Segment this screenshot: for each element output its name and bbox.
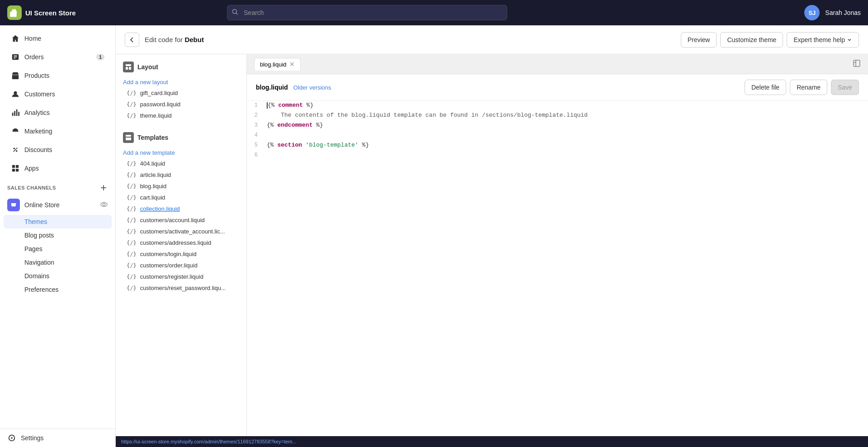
file-customers-account[interactable]: {/} customers/account.liquid — [123, 214, 239, 226]
sidebar-item-customers[interactable]: Customers — [4, 85, 112, 103]
sidebar-item-marketing[interactable]: Marketing — [4, 122, 112, 140]
svg-point-11 — [14, 148, 15, 150]
file-theme[interactable]: {/} theme.liquid — [123, 110, 239, 121]
analytics-icon — [11, 108, 20, 117]
sidebar-label-home: Home — [24, 35, 41, 42]
file-404[interactable]: {/} 404.liquid — [123, 158, 239, 169]
layout-label: Layout — [137, 63, 158, 71]
svg-point-0 — [233, 10, 237, 14]
apps-icon — [11, 164, 20, 173]
sidebar-label-orders: Orders — [24, 53, 44, 61]
sub-item-domains[interactable]: Domains — [0, 269, 115, 283]
sidebar-item-orders[interactable]: Orders 1 — [4, 48, 112, 66]
svg-rect-20 — [126, 64, 131, 66]
settings-icon — [7, 433, 16, 442]
layout-section-header: Layout — [123, 62, 239, 72]
file-collection[interactable]: {/} collection.liquid — [123, 203, 239, 214]
code-actions: Delete file Rename Save — [745, 80, 859, 95]
add-sales-channel-button[interactable] — [99, 183, 108, 192]
search-bar[interactable] — [227, 5, 507, 20]
liquid-file-icon: {/} — [127, 113, 137, 119]
content-area: Edit code for Debut Preview Customize th… — [116, 25, 868, 447]
rename-button[interactable]: Rename — [790, 80, 827, 95]
sidebar-item-discounts[interactable]: Discounts — [4, 141, 112, 159]
topbar-right: SJ Sarah Jonas — [804, 5, 861, 20]
sidebar-item-apps[interactable]: Apps — [4, 159, 112, 177]
file-customers-addresses[interactable]: {/} customers/addresses.liquid — [123, 237, 239, 248]
file-cart[interactable]: {/} cart.liquid — [123, 192, 239, 203]
file-customers-order[interactable]: {/} customers/order.liquid — [123, 260, 239, 271]
code-filename: blog.liquid — [256, 84, 288, 91]
edit-label: Edit code for — [145, 36, 183, 43]
avatar[interactable]: SJ — [804, 5, 820, 20]
channel-online-store[interactable]: Online Store — [0, 195, 115, 215]
sidebar-item-home[interactable]: Home — [4, 29, 112, 48]
file-article[interactable]: {/} article.liquid — [123, 169, 239, 181]
liquid-file-icon: {/} — [127, 101, 137, 108]
svg-rect-16 — [12, 169, 15, 171]
svg-rect-14 — [12, 165, 15, 168]
older-versions-link[interactable]: Older versions — [293, 84, 331, 91]
file-customers-activate[interactable]: {/} customers/activate_account.lic... — [123, 226, 239, 237]
svg-point-19 — [103, 203, 105, 205]
svg-rect-9 — [16, 109, 18, 116]
edit-code-title: Edit code for Debut — [145, 36, 204, 43]
expert-theme-help-button[interactable]: Expert theme help — [787, 32, 859, 48]
sidebar-nav: Home Orders 1 Products Customers — [0, 25, 115, 428]
sub-item-preferences[interactable]: Preferences — [0, 283, 115, 296]
code-line-2: 2 The contents of the blog.liquid templa… — [247, 111, 868, 121]
code-content[interactable]: 1 {% comment %} 2 The contents of the bl… — [247, 101, 868, 436]
search-input[interactable] — [227, 5, 507, 20]
file-customers-login[interactable]: {/} customers/login.liquid — [123, 248, 239, 260]
channel-visibility-icon[interactable] — [100, 200, 108, 210]
delete-file-button[interactable]: Delete file — [745, 80, 786, 95]
svg-line-1 — [236, 13, 237, 14]
sub-item-themes[interactable]: Themes — [4, 215, 112, 228]
code-header: blog.liquid Older versions Delete file R… — [247, 74, 868, 101]
templates-section: Templates Add a new template {/} 404.liq… — [116, 125, 246, 297]
add-template-link[interactable]: Add a new template — [123, 147, 239, 158]
svg-rect-24 — [126, 138, 131, 140]
back-button[interactable] — [125, 33, 139, 47]
online-store-icon — [7, 199, 20, 211]
tab-close-button[interactable]: ✕ — [289, 61, 295, 67]
marketing-icon — [11, 127, 20, 136]
expand-button[interactable] — [853, 59, 861, 69]
discounts-icon — [11, 145, 20, 154]
add-layout-link[interactable]: Add a new layout — [123, 77, 239, 87]
templates-icon — [123, 132, 134, 143]
svg-rect-23 — [126, 135, 131, 137]
sidebar-item-analytics[interactable]: Analytics — [4, 104, 112, 122]
store-logo[interactable]: UI Screen Store — [7, 5, 76, 20]
code-tab-blog[interactable]: blog.liquid ✕ — [254, 58, 301, 71]
sub-item-blog-posts[interactable]: Blog posts — [0, 228, 115, 242]
header-actions: Preview Customize theme Expert theme hel… — [681, 32, 859, 48]
sidebar-item-products[interactable]: Products — [4, 67, 112, 85]
sidebar-label-discounts: Discounts — [24, 146, 52, 153]
code-line-6: 6 — [247, 151, 868, 161]
layout-icon — [123, 62, 134, 72]
store-name: UI Screen Store — [25, 9, 76, 17]
file-gift-card[interactable]: {/} gift_card.liquid — [123, 87, 239, 99]
editor-area: Layout Add a new layout {/} gift_card.li… — [116, 54, 868, 436]
preview-button[interactable]: Preview — [681, 32, 717, 48]
sub-item-navigation[interactable]: Navigation — [0, 256, 115, 269]
customize-theme-button[interactable]: Customize theme — [720, 32, 783, 48]
sidebar-item-settings[interactable]: Settings — [0, 428, 115, 447]
svg-rect-22 — [129, 67, 131, 70]
file-customers-register[interactable]: {/} customers/register.liquid — [123, 271, 239, 282]
templates-label: Templates — [137, 134, 168, 141]
products-icon — [11, 71, 20, 80]
user-name: Sarah Jonas — [825, 9, 861, 16]
file-blog[interactable]: {/} blog.liquid — [123, 181, 239, 192]
sidebar-label-apps: Apps — [24, 165, 39, 172]
customers-icon — [11, 90, 20, 99]
svg-rect-25 — [854, 60, 860, 67]
file-password[interactable]: {/} password.liquid — [123, 99, 239, 110]
sub-item-pages[interactable]: Pages — [0, 242, 115, 256]
file-customers-reset-password[interactable]: {/} customers/reset_password.liqu... — [123, 282, 239, 294]
save-button[interactable]: Save — [831, 80, 859, 95]
sales-channels-label: SALES CHANNELS — [7, 185, 56, 190]
layout-section: Layout Add a new layout {/} gift_card.li… — [116, 54, 246, 125]
liquid-file-icon: {/} — [127, 90, 137, 96]
